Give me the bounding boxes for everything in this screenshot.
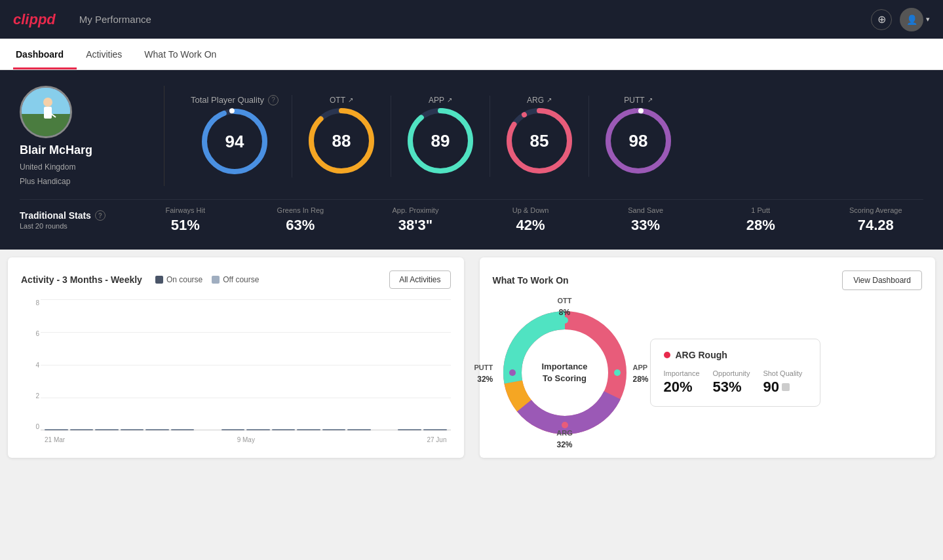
arg-score: 85	[530, 130, 549, 151]
legend-off-course-label: Off course	[223, 275, 259, 284]
workon-panel: What To Work On View Dashboard	[480, 257, 936, 458]
bottom-section: Activity - 3 Months - Weekly On course O…	[0, 250, 943, 466]
workon-title: What To Work On	[493, 275, 569, 286]
bar-on-course	[347, 430, 371, 430]
tpq-gauge: 94	[199, 105, 271, 177]
stat-1putt: 1 Putt 28%	[713, 206, 809, 234]
putt-score: 98	[629, 130, 648, 151]
y-label-2: 2	[35, 392, 39, 400]
avatar-image	[22, 88, 70, 136]
header-title: My Performance	[79, 14, 151, 25]
bar-on-course	[145, 430, 169, 430]
arg-trend-icon: ↗	[547, 96, 552, 103]
info-metrics: Importance 20% Opportunity 53% Shot Qual…	[664, 369, 807, 396]
ott-score: 88	[332, 130, 351, 151]
avatar-image: 👤	[906, 14, 917, 25]
y-label-4: 4	[35, 362, 39, 369]
workon-header: What To Work On View Dashboard	[493, 271, 923, 290]
bar-group	[398, 429, 421, 430]
stat-1putt-label: 1 Putt	[751, 206, 770, 214]
legend-on-course-dot	[155, 276, 163, 284]
bar-group	[171, 429, 195, 430]
app-trend-icon: ↗	[447, 96, 452, 103]
x-label-jun: 27 Jun	[427, 436, 446, 443]
bar-group	[45, 429, 68, 430]
all-activities-button[interactable]: All Activities	[389, 271, 450, 289]
player-info: Blair McHarg United Kingdom Plus Handica…	[20, 86, 151, 186]
y-label-0: 0	[35, 423, 39, 430]
view-dashboard-button[interactable]: View Dashboard	[842, 271, 922, 290]
x-label-mar: 21 Mar	[45, 436, 65, 443]
legend-off-course-dot	[212, 276, 220, 284]
bar-group	[272, 429, 296, 430]
bar-on-course	[246, 430, 270, 430]
putt-gauge: 98	[602, 105, 674, 177]
player-country: United Kingdom	[20, 162, 75, 172]
svg-point-24	[562, 317, 568, 324]
stat-sandsave-label: Sand Save	[628, 206, 663, 214]
activity-panel-header: Activity - 3 Months - Weekly On course O…	[21, 271, 451, 289]
stat-proximity-value: 38'3"	[398, 217, 433, 234]
legend-on-course-label: On course	[166, 275, 202, 284]
stat-proximity: App. Proximity 38'3"	[368, 206, 463, 234]
header-right: ⊕ 👤 ▾	[871, 8, 930, 31]
workon-content: Importance To Scoring OTT 8% APP 28% ARG…	[493, 301, 923, 445]
legend-off-course: Off course	[212, 275, 259, 284]
bar-group	[246, 429, 270, 430]
bar-on-course	[322, 430, 346, 430]
help-icon[interactable]: ?	[268, 95, 279, 105]
trad-stats-title: Traditional Stats ?	[20, 210, 118, 221]
trad-help-icon[interactable]: ?	[95, 210, 106, 221]
bar-group	[121, 429, 144, 430]
bar-group	[297, 429, 320, 430]
svg-point-25	[614, 369, 621, 376]
info-card-title: ARG Rough	[664, 350, 807, 360]
metric-importance-value: 20%	[664, 379, 700, 396]
stat-fairways-label: Fairways Hit	[166, 206, 206, 214]
performance-banner: Blair McHarg United Kingdom Plus Handica…	[0, 70, 943, 250]
traditional-stats: Traditional Stats ? Last 20 rounds Fairw…	[20, 199, 923, 234]
bar-on-course	[221, 430, 245, 430]
stat-updown-label: Up & Down	[512, 206, 549, 214]
bar-on-course	[423, 430, 447, 430]
app-score: 89	[431, 130, 450, 151]
stat-1putt-value: 28%	[746, 217, 775, 234]
card-dot-icon	[664, 352, 670, 358]
putt-trend-icon: ↗	[647, 96, 653, 103]
tab-dashboard[interactable]: Dashboard	[13, 40, 77, 69]
bar-on-course	[398, 430, 421, 430]
stat-updown-value: 42%	[516, 217, 545, 234]
x-axis-labels: 21 Mar 9 May 27 Jun	[41, 436, 451, 443]
bar-on-course	[171, 430, 195, 430]
avatar	[20, 86, 72, 138]
stat-fairways-value: 51%	[171, 217, 200, 234]
tab-activities[interactable]: Activities	[83, 40, 135, 69]
putt-seg-label: PUTT 32%	[474, 361, 493, 384]
stat-scoring-label: Scoring Average	[849, 206, 902, 214]
shot-quality-indicator	[782, 383, 790, 391]
stat-greens-label: Greens In Reg	[277, 206, 324, 214]
metric-opportunity: Opportunity 53%	[713, 369, 750, 396]
stat-scoring: Scoring Average 74.28	[828, 206, 923, 234]
y-label-6: 6	[35, 330, 39, 337]
stat-greens-value: 63%	[286, 217, 315, 234]
bar-group	[423, 429, 447, 430]
bar-on-course	[95, 430, 119, 430]
ott-gauge: 88	[305, 105, 377, 177]
trad-stats-subtitle: Last 20 rounds	[20, 222, 118, 230]
header: clippd My Performance ⊕ 👤 ▾	[0, 0, 943, 39]
legend-on-course: On course	[155, 275, 202, 284]
bar-group	[70, 429, 94, 430]
svg-point-27	[509, 369, 516, 376]
metric-shotquality-label: Shot Quality	[763, 369, 802, 377]
svg-point-2	[43, 98, 52, 107]
arg-label: ARG ↗	[527, 96, 552, 105]
profile-button[interactable]: 👤 ▾	[900, 8, 930, 31]
x-label-may: 9 May	[237, 436, 255, 443]
tab-what-to-work-on[interactable]: What To Work On	[142, 40, 229, 69]
bar-on-course	[272, 430, 296, 430]
stat-proximity-label: App. Proximity	[392, 206, 438, 214]
tabs-bar: Dashboard Activities What To Work On	[0, 39, 943, 70]
tpq-label: Total Player Quality ?	[191, 95, 279, 105]
add-button[interactable]: ⊕	[871, 9, 892, 30]
